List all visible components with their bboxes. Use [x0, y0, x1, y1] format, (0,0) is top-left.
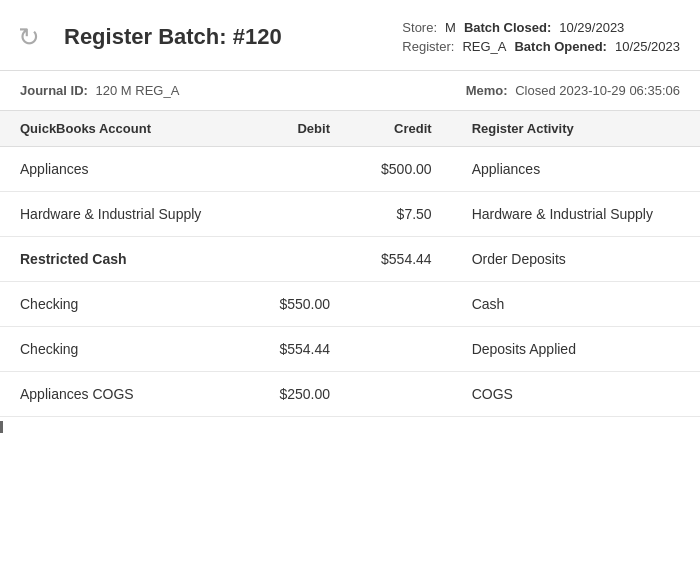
- cell-debit: $250.00: [248, 372, 350, 417]
- memo: Memo: Closed 2023-10-29 06:35:06: [466, 83, 680, 98]
- refresh-icon[interactable]: ↻: [10, 18, 48, 56]
- cell-debit: $550.00: [248, 282, 350, 327]
- cell-account: Hardware & Industrial Supply: [0, 192, 248, 237]
- cell-account: Appliances COGS: [0, 372, 248, 417]
- subheader: Journal ID: 120 M REG_A Memo: Closed 202…: [0, 71, 700, 110]
- batch-opened-label: Batch Opened:: [514, 39, 606, 54]
- store-label: Store:: [402, 20, 437, 35]
- cell-credit: $500.00: [350, 147, 452, 192]
- table-row: Checking$554.44Deposits Applied: [0, 327, 700, 372]
- cell-credit: [350, 327, 452, 372]
- cell-debit: [248, 147, 350, 192]
- journal-table: QuickBooks Account Debit Credit Register…: [0, 110, 700, 417]
- batch-closed-label: Batch Closed:: [464, 20, 551, 35]
- journal-id-value: 120 M REG_A: [96, 83, 180, 98]
- left-indicator: [0, 421, 3, 433]
- table-header-row: QuickBooks Account Debit Credit Register…: [0, 111, 700, 147]
- header-meta-row-1: Store: M Batch Closed: 10/29/2023: [402, 20, 680, 35]
- cell-credit: $554.44: [350, 237, 452, 282]
- table-row: Restricted Cash$554.44Order Deposits: [0, 237, 700, 282]
- cell-account: Restricted Cash: [0, 237, 248, 282]
- page-title: Register Batch: #120: [64, 24, 282, 50]
- cell-activity: Appliances: [452, 147, 700, 192]
- cell-account: Checking: [0, 282, 248, 327]
- cell-debit: [248, 237, 350, 282]
- memo-value: Closed 2023-10-29 06:35:06: [515, 83, 680, 98]
- header-meta-row-2: Register: REG_A Batch Opened: 10/25/2023: [402, 39, 680, 54]
- cell-credit: [350, 282, 452, 327]
- header-meta: Store: M Batch Closed: 10/29/2023 Regist…: [402, 20, 680, 54]
- cell-debit: $554.44: [248, 327, 350, 372]
- col-credit: Credit: [350, 111, 452, 147]
- page-header: ↻ Register Batch: #120 Store: M Batch Cl…: [0, 0, 700, 71]
- journal-id: Journal ID: 120 M REG_A: [20, 83, 179, 98]
- cell-credit: [350, 372, 452, 417]
- batch-closed-value: 10/29/2023: [559, 20, 624, 35]
- cell-debit: [248, 192, 350, 237]
- col-activity: Register Activity: [452, 111, 700, 147]
- cell-activity: COGS: [452, 372, 700, 417]
- cell-account: Checking: [0, 327, 248, 372]
- batch-opened-value: 10/25/2023: [615, 39, 680, 54]
- col-debit: Debit: [248, 111, 350, 147]
- table-row: Checking$550.00Cash: [0, 282, 700, 327]
- memo-label: Memo:: [466, 83, 508, 98]
- cell-account: Appliances: [0, 147, 248, 192]
- table-row: Appliances$500.00Appliances: [0, 147, 700, 192]
- cell-activity: Hardware & Industrial Supply: [452, 192, 700, 237]
- cell-activity: Order Deposits: [452, 237, 700, 282]
- register-value: REG_A: [462, 39, 506, 54]
- col-account: QuickBooks Account: [0, 111, 248, 147]
- table-row: Hardware & Industrial Supply$7.50Hardwar…: [0, 192, 700, 237]
- cell-activity: Deposits Applied: [452, 327, 700, 372]
- cell-activity: Cash: [452, 282, 700, 327]
- register-label: Register:: [402, 39, 454, 54]
- store-value: M: [445, 20, 456, 35]
- cell-credit: $7.50: [350, 192, 452, 237]
- journal-id-label: Journal ID:: [20, 83, 88, 98]
- table-row: Appliances COGS$250.00COGS: [0, 372, 700, 417]
